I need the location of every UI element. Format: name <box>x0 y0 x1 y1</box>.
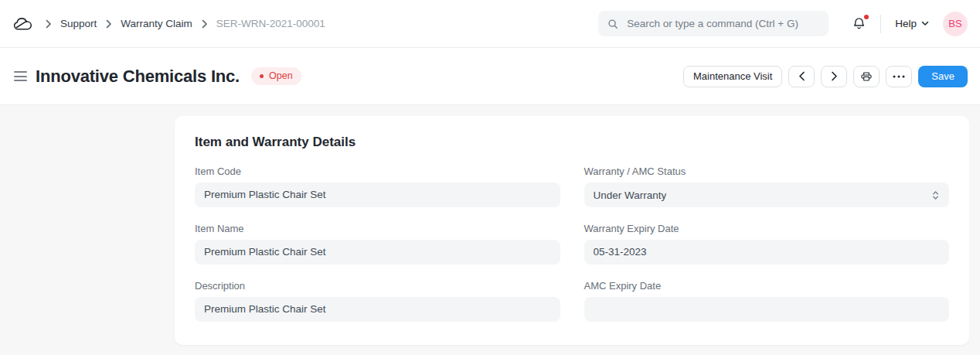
status-badge: Open <box>251 67 301 85</box>
breadcrumb: Support Warranty Claim SER-WRN-2021-0000… <box>45 18 325 29</box>
chevron-down-icon <box>921 21 929 26</box>
status-dot-icon <box>260 74 264 78</box>
breadcrumb-item-support[interactable]: Support <box>60 18 97 29</box>
hamburger-icon <box>14 71 27 73</box>
maintenance-visit-button[interactable]: Maintenance Visit <box>683 66 782 87</box>
ellipsis-icon <box>893 75 905 78</box>
description-input[interactable] <box>195 297 560 322</box>
amc-expiry-date-input[interactable] <box>584 297 950 322</box>
status-badge-label: Open <box>269 70 293 81</box>
section-title: Item and Warranty Details <box>195 135 949 150</box>
app-logo-button[interactable] <box>12 15 34 32</box>
item-name-input[interactable] <box>195 240 560 265</box>
breadcrumb-item-warranty-claim[interactable]: Warranty Claim <box>121 18 192 29</box>
page-header: Innovative Chemicals Inc. Open Maintenan… <box>0 48 980 105</box>
form-section-card: Item and Warranty Details Item Code Warr… <box>175 116 969 345</box>
help-menu[interactable]: Help <box>892 16 932 31</box>
field-amc-expiry-date: AMC Expiry Date <box>584 280 950 322</box>
breadcrumb-separator-icon <box>201 19 208 29</box>
save-button[interactable]: Save <box>918 66 968 87</box>
warranty-expiry-date-input[interactable] <box>584 240 950 265</box>
help-menu-label: Help <box>895 18 917 29</box>
hamburger-icon <box>14 80 27 81</box>
field-warranty-amc-status: Warranty / AMC Status Under Warranty <box>584 166 950 207</box>
breadcrumb-separator-icon <box>45 19 52 29</box>
field-item-name: Item Name <box>195 223 560 265</box>
printer-icon <box>860 70 873 83</box>
item-name-label: Item Name <box>195 223 560 234</box>
breadcrumb-separator-icon <box>105 19 112 29</box>
warranty-amc-status-select[interactable]: Under Warranty <box>584 183 950 207</box>
field-warranty-expiry-date: Warranty Expiry Date <box>584 223 950 265</box>
sidebar-toggle-button[interactable] <box>12 68 29 84</box>
warranty-amc-status-label: Warranty / AMC Status <box>584 166 950 177</box>
description-label: Description <box>195 280 560 292</box>
search-icon <box>607 19 618 29</box>
top-navbar: Support Warranty Claim SER-WRN-2021-0000… <box>0 0 980 48</box>
navbar-divider <box>880 15 881 33</box>
global-search[interactable] <box>598 11 829 36</box>
previous-document-button[interactable] <box>788 66 815 87</box>
header-actions: Maintenance Visit Save <box>683 66 968 87</box>
notifications-button[interactable] <box>849 13 869 34</box>
search-input[interactable] <box>625 17 819 30</box>
form-grid: Item Code Warranty / AMC Status Under Wa… <box>195 166 949 322</box>
chevron-right-icon <box>831 71 838 81</box>
breadcrumb-item-current-document: SER-WRN-2021-00001 <box>216 18 325 29</box>
next-document-button[interactable] <box>821 66 847 87</box>
item-code-input[interactable] <box>195 183 560 207</box>
chevron-left-icon <box>798 71 805 81</box>
select-caret-icon <box>931 190 940 200</box>
content-area: Item and Warranty Details Item Code Warr… <box>0 105 980 354</box>
more-actions-button[interactable] <box>886 66 912 87</box>
print-button[interactable] <box>853 66 880 87</box>
warranty-expiry-date-label: Warranty Expiry Date <box>584 223 950 234</box>
item-code-label: Item Code <box>195 166 560 177</box>
notification-dot <box>864 15 869 19</box>
amc-expiry-date-label: AMC Expiry Date <box>584 280 950 292</box>
page-title: Innovative Chemicals Inc. <box>36 67 240 87</box>
field-item-code: Item Code <box>195 166 560 207</box>
user-avatar[interactable]: BS <box>943 12 968 36</box>
navbar-right-group: Help BS <box>598 11 968 36</box>
field-description: Description <box>195 280 560 322</box>
hamburger-icon <box>14 76 27 77</box>
warranty-amc-status-value: Under Warranty <box>594 189 667 201</box>
cloud-logo-icon <box>12 15 34 32</box>
